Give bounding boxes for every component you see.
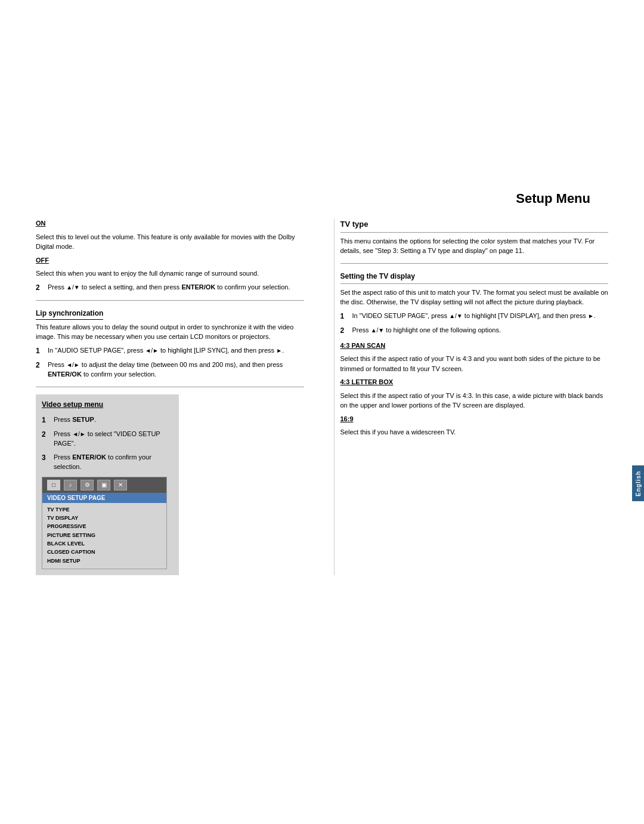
menu-icon-close: ✕	[114, 480, 127, 490]
page-container: English Setup Menu ON Select this to lev…	[0, 179, 644, 824]
sixteen-nine-heading: 16:9	[340, 415, 354, 422]
menu-icon-row: □ ♪ ⚙ ▣ ✕	[42, 477, 166, 493]
divider-3	[340, 263, 609, 264]
menu-icon-settings: ⚙	[80, 480, 94, 490]
setting-tv-heading: Setting the TV display	[340, 272, 415, 280]
lip-step-2-text: Press ◄/► to adjust the delay time (betw…	[48, 360, 304, 379]
video-step-1: 1 Press SETUP.	[42, 415, 173, 425]
lip-sync-heading: Lip synchronization	[36, 309, 103, 320]
menu-item-6: CLOSED CAPTION	[47, 548, 162, 556]
menu-item-3: PROGRESSIVE	[47, 522, 162, 530]
right-column: TV type This menu contains the options f…	[334, 218, 609, 575]
on-text: Select this to level out the volume. Thi…	[36, 232, 304, 252]
divider-1	[36, 300, 304, 301]
off-text: Select this when you want to enjoy the f…	[36, 269, 304, 279]
lip-step-1-item: 1 In "AUDIO SETUP PAGE", press ◄/► to hi…	[36, 345, 304, 356]
menu-item-5: BLACK LEVEL	[47, 539, 162, 548]
menu-icon-square: □	[47, 480, 60, 490]
v-step-2-number: 2	[42, 429, 49, 449]
menu-title: VIDEO SETUP PAGE	[42, 493, 166, 503]
v-step-1-text: Press SETUP.	[54, 415, 173, 425]
pan-scan-text: Select this if the aspect ratio of your …	[340, 354, 609, 374]
menu-icon-music: ♪	[64, 480, 77, 490]
tv-step-2-text: Press ▲/▼ to highlight one of the follow…	[352, 325, 609, 336]
v-step-3-text: Press ENTER/OK to confirm your selection…	[54, 452, 173, 472]
step-2-text: Press ▲/▼ to select a setting, and then …	[48, 282, 304, 293]
lip-step-2-number: 2	[36, 360, 43, 379]
off-heading: OFF	[36, 257, 49, 264]
tv-step-1-text: In "VIDEO SETUP PAGE", press ▲/▼ to high…	[352, 311, 609, 322]
tv-type-heading: TV type	[340, 220, 369, 229]
tv-step-2: 2 Press ▲/▼ to highlight one of the foll…	[340, 325, 609, 336]
lip-step-1-text: In "AUDIO SETUP PAGE", press ◄/► to high…	[48, 345, 304, 356]
tv-step-1-number: 1	[340, 311, 348, 322]
setting-tv-text: Set the aspect ratio of this unit to mat…	[340, 288, 609, 307]
video-setup-section: Video setup menu 1 Press SETUP. 2 Press …	[36, 394, 179, 576]
menu-item-7: HDMI SETUP	[47, 557, 162, 565]
letter-box-text: Select this if the aspect ratio of your …	[340, 391, 609, 411]
v-step-1-number: 1	[42, 415, 49, 425]
lip-step-2-item: 2 Press ◄/► to adjust the delay time (be…	[36, 360, 304, 379]
v-step-2-text: Press ◄/► to select "VIDEO SETUP PAGE".	[54, 429, 173, 449]
menu-item-4: PICTURE SETTING	[47, 531, 162, 539]
video-menu-box: □ ♪ ⚙ ▣ ✕ VIDEO SETUP PAGE TV TYPE TV DI…	[42, 477, 167, 570]
tv-type-text: This menu contains the options for selec…	[340, 236, 609, 256]
lip-sync-text: This feature allows you to delay the sou…	[36, 322, 304, 342]
menu-items-list: TV TYPE TV DISPLAY PROGRESSIVE PICTURE S…	[42, 503, 166, 569]
page-title-text: Setup Menu	[516, 191, 590, 206]
video-step-2: 2 Press ◄/► to select "VIDEO SETUP PAGE"…	[42, 429, 173, 449]
v-step-3-number: 3	[42, 452, 49, 472]
menu-icon-video: ▣	[97, 480, 110, 490]
sixteen-nine-text: Select this if you have a widescreen TV.	[340, 427, 609, 437]
language-tab-label: English	[635, 470, 642, 496]
menu-item-2: TV DISPLAY	[47, 514, 162, 522]
left-column: ON Select this to level out the volume. …	[36, 218, 310, 575]
on-heading: ON	[36, 220, 46, 227]
step-2-number: 2	[36, 282, 43, 293]
menu-item-1: TV TYPE	[47, 505, 162, 514]
page-title: Setup Menu	[36, 191, 608, 206]
lip-step-1-number: 1	[36, 345, 43, 356]
step-2-item: 2 Press ▲/▼ to select a setting, and the…	[36, 282, 304, 293]
video-step-3: 3 Press ENTER/OK to confirm your selecti…	[42, 452, 173, 472]
two-column-layout: ON Select this to level out the volume. …	[36, 218, 608, 575]
language-tab: English	[632, 465, 644, 501]
pan-scan-heading: 4:3 PAN SCAN	[340, 342, 386, 349]
divider-2	[36, 387, 304, 387]
letter-box-heading: 4:3 LETTER BOX	[340, 378, 394, 385]
tv-step-2-number: 2	[340, 325, 348, 336]
video-setup-heading: Video setup menu	[42, 400, 103, 409]
content-area: Setup Menu ON Select this to level out t…	[0, 179, 644, 611]
tv-step-1: 1 In "VIDEO SETUP PAGE", press ▲/▼ to hi…	[340, 311, 609, 322]
